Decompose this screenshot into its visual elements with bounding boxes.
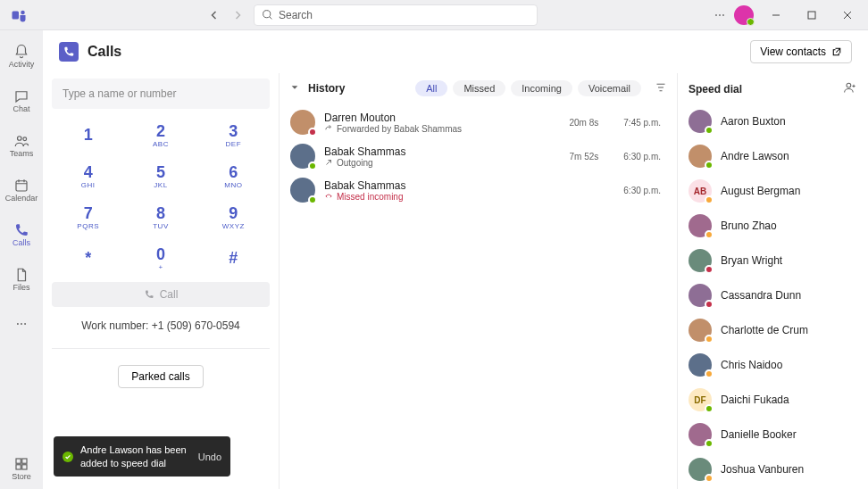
dialpad-key-9[interactable]: 9WXYZ <box>197 196 270 237</box>
toast-undo-button[interactable]: Undo <box>198 452 221 462</box>
history-title: History <box>308 82 345 95</box>
dialpad-digit: 4 <box>84 163 93 182</box>
history-filter-incoming[interactable]: Incoming <box>511 80 572 96</box>
search-icon <box>262 9 273 21</box>
avatar <box>689 110 712 133</box>
dialpad-key-*[interactable]: * <box>52 237 124 278</box>
dialpad-key-2[interactable]: 2ABC <box>124 114 196 155</box>
current-user-avatar[interactable] <box>734 5 754 25</box>
rail-item-files[interactable]: Files <box>0 259 43 300</box>
speed-dial-contact[interactable]: Cassandra Dunn <box>689 284 857 307</box>
titlebar: Search ⋯ <box>0 0 868 30</box>
search-placeholder: Search <box>279 9 313 21</box>
dialpad-key-5[interactable]: 5JKL <box>124 155 196 196</box>
history-time: 6:30 p.m. <box>623 152 661 162</box>
speed-dial-contact[interactable]: Joshua Vanburen <box>689 458 857 481</box>
history-filter-all[interactable]: All <box>415 80 447 96</box>
avatar <box>290 144 315 169</box>
history-filter-button[interactable] <box>655 82 666 95</box>
history-panel: History AllMissedIncomingVoicemail Darre… <box>280 73 678 489</box>
speed-dial-contact[interactable]: ABAugust Bergman <box>689 179 857 203</box>
people-icon <box>13 133 29 149</box>
dialpad-key-0[interactable]: 0+ <box>124 237 196 278</box>
avatar <box>689 319 712 342</box>
history-sub: Missed incoming <box>324 192 589 202</box>
rail-item-activity[interactable]: Activity <box>0 36 43 77</box>
history-filter-missed[interactable]: Missed <box>453 80 505 96</box>
dialpad-key-6[interactable]: 6MNO <box>197 155 270 196</box>
toast-message: Andre Lawson has been added to speed dia… <box>80 443 191 469</box>
contact-name: Joshua Vanburen <box>721 463 804 476</box>
dialpad-key-4[interactable]: 4GHI <box>52 155 124 196</box>
avatar <box>689 423 712 446</box>
speed-dial-contact[interactable]: Andre Lawson <box>689 145 857 168</box>
dialpad-key-3[interactable]: 3DEF <box>197 114 270 155</box>
speed-dial-contact[interactable]: Danielle Booker <box>689 423 857 446</box>
chat-icon <box>13 88 29 104</box>
call-button[interactable]: Call <box>52 282 270 307</box>
dialpad-letters: GHI <box>81 181 96 189</box>
rail-more-button[interactable] <box>0 303 43 344</box>
window-minimize-button[interactable] <box>763 4 789 26</box>
dialpad-digit: 2 <box>156 122 165 141</box>
avatar <box>689 458 712 481</box>
speed-dial-contact[interactable]: Bruno Zhao <box>689 214 857 237</box>
speed-dial-contact[interactable]: Chris Naidoo <box>689 353 857 377</box>
rail-item-store[interactable]: Store <box>0 448 43 489</box>
contact-name: Aaron Buxton <box>721 115 786 128</box>
speed-dial-contact[interactable]: Bryan Wright <box>689 249 857 272</box>
contact-name: Daichi Fukada <box>721 394 789 406</box>
svg-rect-6 <box>16 181 27 191</box>
rail-label: Files <box>13 283 29 292</box>
speed-dial-contact[interactable]: Charlotte de Crum <box>689 319 857 342</box>
history-collapse-toggle[interactable] <box>290 82 299 95</box>
history-name: Babak Shammas <box>324 145 561 158</box>
titlebar-more-button[interactable]: ⋯ <box>714 9 725 21</box>
rail-label: Calendar <box>5 194 38 203</box>
dial-input[interactable] <box>52 79 270 109</box>
avatar <box>689 145 712 168</box>
view-contacts-button[interactable]: View contacts <box>750 40 852 63</box>
speed-dial-contact[interactable]: Aaron Buxton <box>689 110 857 133</box>
dialpad-digit: 6 <box>229 163 238 182</box>
rail-item-calls[interactable]: Calls <box>0 214 43 255</box>
history-list: Darren MoutonForwarded by Babak Shammas2… <box>290 105 666 207</box>
dialpad-key-7[interactable]: 7PQRS <box>52 196 124 237</box>
history-row[interactable]: Darren MoutonForwarded by Babak Shammas2… <box>290 105 666 139</box>
dialpad-digit: # <box>229 249 238 268</box>
add-speed-dial-button[interactable] <box>843 80 857 97</box>
more-icon <box>15 316 28 332</box>
window-close-button[interactable] <box>834 4 861 26</box>
dialpad-key-#[interactable]: # <box>197 237 270 278</box>
dialpad-key-8[interactable]: 8TUV <box>124 196 196 237</box>
history-duration: 20m 8s <box>570 118 599 128</box>
view-contacts-label: View contacts <box>760 46 826 58</box>
dialpad-letters: JKL <box>154 181 167 189</box>
history-sub: Forwarded by Babak Shammas <box>324 124 561 134</box>
history-duration: 7m 52s <box>570 152 599 162</box>
nav-back-button[interactable] <box>204 4 225 26</box>
history-row[interactable]: Babak ShammasMissed incoming6:30 p.m. <box>290 173 666 207</box>
nav-forward-button[interactable] <box>227 4 248 26</box>
rail-item-teams[interactable]: Teams <box>0 125 43 166</box>
rail-item-calendar[interactable]: Calendar <box>0 170 43 211</box>
history-filter-voicemail[interactable]: Voicemail <box>578 80 641 96</box>
svg-point-8 <box>21 323 22 325</box>
dialpad-digit: 0 <box>156 245 165 264</box>
window-maximize-button[interactable] <box>798 4 825 26</box>
dialpad-digit: 7 <box>84 204 93 223</box>
contact-name: Bruno Zhao <box>721 220 777 232</box>
history-name: Darren Mouton <box>324 112 561 124</box>
global-search-input[interactable]: Search <box>254 4 538 26</box>
avatar: DF <box>689 388 712 411</box>
parked-calls-button[interactable]: Parked calls <box>118 365 203 388</box>
speed-dial-contact[interactable]: DFDaichi Fukada <box>689 388 857 411</box>
dialpad-key-1[interactable]: 1 <box>52 114 124 155</box>
rail-item-chat[interactable]: Chat <box>0 80 43 121</box>
dialpad-digit: * <box>85 249 91 268</box>
svg-point-1 <box>21 10 25 14</box>
contact-name: August Bergman <box>721 185 800 197</box>
history-row[interactable]: Babak ShammasOutgoing7m 52s6:30 p.m. <box>290 139 666 173</box>
filter-icon <box>655 82 666 93</box>
speed-dial-list: Aaron BuxtonAndre LawsonABAugust Bergman… <box>689 110 857 489</box>
